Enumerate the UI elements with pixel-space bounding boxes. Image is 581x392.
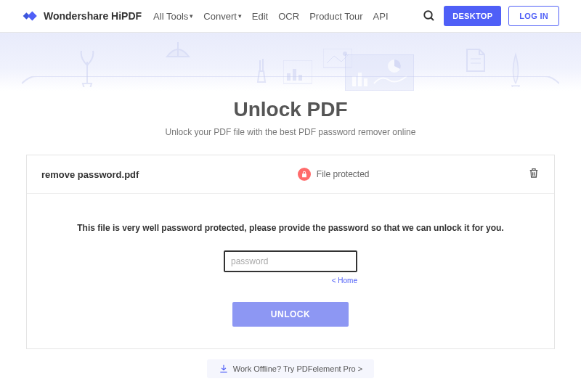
nav-all-tools[interactable]: All Tools▾ [153,11,193,22]
card-body: This file is very well password protecte… [27,194,554,348]
document-icon [465,47,487,73]
delete-button[interactable] [528,167,540,181]
file-name: remove password.pdf [41,169,139,180]
password-input[interactable] [224,250,357,272]
lamp-icon [160,38,196,68]
svg-point-0 [424,11,432,19]
chevron-down-icon: ▾ [238,12,242,20]
home-link[interactable]: < Home [224,277,357,285]
logo[interactable]: Wondershare HiPDF [22,9,142,23]
hero-banner [0,33,581,91]
brand-text: Wondershare HiPDF [44,10,142,22]
search-button[interactable] [422,9,436,23]
nav-convert[interactable]: Convert▾ [203,11,242,22]
page-subtitle: Unlock your PDF file with the best PDF p… [0,127,581,137]
file-card: remove password.pdf File protected This … [26,155,555,349]
nav-ocr[interactable]: OCR [278,11,299,22]
lock-icon [298,168,311,181]
chevron-down-icon: ▾ [190,12,193,20]
nav-edit[interactable]: Edit [252,11,268,22]
logo-icon [22,9,39,23]
desktop-button[interactable]: DESKTOP [444,6,501,26]
unlock-button[interactable]: UNLOCK [232,302,349,327]
login-button[interactable]: LOG IN [508,6,559,26]
header: Wondershare HiPDF All Tools▾ Convert▾ Ed… [0,0,581,33]
offline-promo[interactable]: Work Offline? Try PDFelement Pro > [207,359,374,378]
header-actions: DESKTOP LOG IN [422,6,559,26]
card-header: remove password.pdf File protected [27,155,554,194]
search-icon [423,9,436,23]
main-content: Unlock PDF Unlock your PDF file with the… [0,91,581,378]
trash-icon [528,167,540,179]
instruction-text: This file is very well password protecte… [63,223,518,233]
nav-api[interactable]: API [373,11,389,22]
download-icon [219,364,229,374]
page-title: Unlock PDF [0,98,581,121]
nav-product-tour[interactable]: Product Tour [309,11,362,22]
file-status: File protected [317,169,370,179]
shelf-line-icon [22,76,559,91]
file-status-wrap: File protected [139,168,528,181]
promo-text: Work Offline? Try PDFelement Pro > [233,364,362,373]
svg-line-1 [431,17,434,20]
main-nav: All Tools▾ Convert▾ Edit OCR Product Tou… [153,11,418,22]
